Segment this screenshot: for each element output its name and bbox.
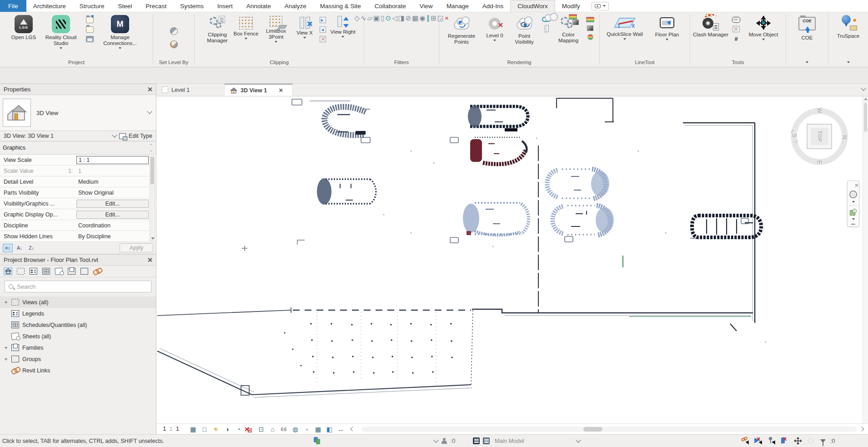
zoom-tool-icon[interactable] [850,209,857,216]
clash-manager-button[interactable]: Clash Manager [693,14,728,38]
open-folder-icon[interactable] [86,26,94,33]
open-project-icon[interactable] [86,17,94,23]
browser-home-icon[interactable] [4,267,12,275]
lightbulb-plane-icon[interactable] [732,17,740,23]
tree-item[interactable]: + Views (all) [0,296,156,308]
type-selector[interactable]: 3D View [0,95,156,131]
drawing-area[interactable]: TOP W N E S [156,96,868,423]
ribbon-tab[interactable]: Structure [73,0,111,12]
ribbon-tab[interactable]: Architecture [26,0,73,12]
tree-expander[interactable]: + [4,345,8,351]
fitter-tool-icon[interactable]: ◨ [398,14,405,22]
active-users-icon[interactable] [441,438,447,444]
ribbon-tab[interactable]: Steel [111,0,139,12]
fitter-tool-icon[interactable]: ◇ [354,14,360,22]
property-row[interactable]: View Scale 1 : 1 [0,155,156,166]
close-icon[interactable] [147,87,152,92]
grid-lines-icon[interactable]: # [734,35,738,42]
active-design-option[interactable]: Main Model [495,438,524,444]
view-control-icon[interactable]: ⊠ [244,427,256,432]
ribbon-tab[interactable]: Massing & Site [313,0,368,12]
property-row[interactable]: Visibility/Graphics ... Edit... [0,198,156,209]
filter-icon[interactable] [820,439,826,443]
browser-schedules-icon[interactable] [42,267,50,275]
chevron-down-icon[interactable] [112,132,117,137]
door-plane-icon[interactable] [545,25,549,33]
group-label-project[interactable]: Project [0,58,153,67]
property-row[interactable]: Discipline Coordination [0,220,156,231]
property-row[interactable]: Show Hidden Lines By Discipline [0,231,156,242]
fitter-tool-icon[interactable]: ◉ [420,14,426,22]
move-object-button[interactable]: Move Object [744,14,783,40]
apply-button[interactable]: Apply [120,243,153,252]
tree-item[interactable]: + Families [0,342,156,353]
view-x-button[interactable]: View X [293,14,316,39]
view-right-button[interactable]: View Right [330,14,356,38]
property-value[interactable]: 1 : 1 [76,156,149,164]
ribbon-tab[interactable]: Systems [173,0,211,12]
scroll-up-icon[interactable] [864,98,868,100]
coe-button[interactable]: COE COE [791,14,823,41]
ribbon-display-toggle[interactable] [592,2,609,10]
remove-line-icon[interactable] [733,26,740,32]
chevron-down-icon[interactable] [576,437,581,442]
fitter-tool-icon[interactable]: ▱ [367,14,372,22]
property-row[interactable]: Parts Visibility Show Original [0,187,156,198]
sort-az-icon[interactable]: A↓ [15,244,25,252]
floor-plan-button[interactable]: Floor Plan [647,14,687,40]
group-label-set-level-by[interactable]: Set Level By [153,58,194,67]
browser-views-icon[interactable] [16,267,25,275]
color-bar-icon[interactable] [586,17,594,22]
fitter-tool-icon[interactable]: ⊞ [431,14,437,22]
color-mapping-button[interactable]: Color Mapping [553,14,583,44]
exclude-pinned-icon[interactable] [768,437,776,445]
horizontal-scrollbar[interactable] [361,427,857,432]
tree-expander[interactable]: + [4,356,8,362]
manage-connections-button[interactable]: M Manage Connections... [96,14,144,49]
ribbon-tab[interactable]: File [0,0,26,12]
clip-plane-out-icon[interactable] [320,26,326,33]
property-value[interactable]: By Discipline [76,233,149,240]
vertical-scrollbar[interactable] [863,96,868,423]
property-row[interactable]: Graphic Display Op... Edit... [0,209,156,220]
graphics-section-header[interactable]: Graphics ⌃⌄ [0,141,156,154]
view-control-icon[interactable]: ▩ [187,426,199,433]
browser-sheets-icon[interactable] [55,267,63,275]
view-control-icon[interactable]: ◑ [221,426,233,433]
property-row[interactable]: Detail Level Medium [0,176,156,187]
view-control-icon[interactable]: ◧ [324,426,335,433]
set-level-points-icon[interactable] [170,40,178,48]
view-tab-level1[interactable]: Level 1 [156,84,225,96]
group-label-rendering[interactable]: Rendering [439,58,599,67]
worksets-icon[interactable] [473,437,480,444]
image-map-icon[interactable] [587,25,593,31]
view-control-icon[interactable]: ⊡ [256,426,267,433]
view-tab-3dview1[interactable]: 3D View 1 [225,84,293,96]
scroll-right-icon[interactable] [860,427,864,432]
cloud-rain-icon[interactable] [542,17,551,22]
property-value[interactable]: Edit... [76,211,149,219]
quickslice-wall-button[interactable]: 1X QuickSlice Wall [603,14,647,40]
group-label-fitters[interactable]: Fitters [364,58,439,67]
sort-default-icon[interactable]: ≡↕ [3,244,13,252]
sort-za-icon[interactable]: Z↓ [26,244,36,252]
tree-item[interactable]: Schedules/Quantities (all) [0,319,156,331]
tree-item[interactable]: Revit Links [0,365,156,376]
fitter-tool-icon[interactable]: ⊘ [406,14,411,22]
save-icon[interactable] [86,36,94,42]
view-control-icon[interactable]: ↔ [335,426,346,433]
exclude-view-icon[interactable] [781,437,789,445]
close-icon[interactable] [854,183,858,187]
fitter-tool-icon[interactable]: ∥ [426,14,430,22]
ribbon-tab[interactable]: Modify [555,0,587,12]
tree-expander[interactable]: + [4,299,8,306]
fitter-tool-icon[interactable]: ⊙ [385,14,391,22]
view-control-icon[interactable]: ◔ [233,426,244,433]
browser-groups-icon[interactable] [80,267,89,275]
chevron-down-icon[interactable] [861,85,866,90]
level-0-button[interactable]: Level 0 [482,14,508,41]
open-lgs-button[interactable]: LGS Open LGS [9,14,38,40]
close-icon[interactable] [279,88,283,92]
browser-legends-icon[interactable] [29,267,38,275]
ribbon-tab[interactable]: Insert [211,0,240,12]
